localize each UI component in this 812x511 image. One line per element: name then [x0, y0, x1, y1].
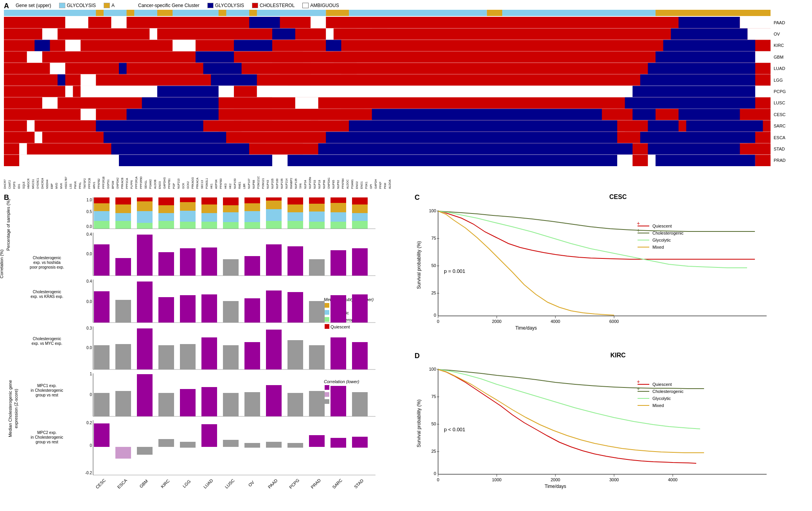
svg-text:PFKFB3: PFKFB3	[219, 178, 222, 189]
svg-text:PGM2L1: PGM2L1	[205, 178, 208, 189]
svg-rect-285	[309, 259, 325, 276]
svg-rect-260	[325, 310, 329, 315]
svg-rect-201	[94, 197, 110, 203]
svg-text:LBR: LBR	[243, 183, 246, 189]
cancer-gbm: GBM	[772, 51, 802, 63]
svg-text:p < 0.001: p < 0.001	[444, 427, 465, 432]
svg-rect-245	[331, 197, 346, 203]
svg-rect-364	[158, 439, 174, 447]
svg-rect-244	[309, 222, 325, 229]
svg-text:0: 0	[90, 393, 92, 397]
svg-text:GAPDH: GAPDH	[374, 179, 377, 189]
cholesterol-dark-box	[252, 3, 258, 8]
cancer-sarc: SARC	[772, 120, 802, 132]
svg-text:NSDH4: NSDH4	[46, 179, 49, 189]
svg-text:NUP107: NUP107	[248, 178, 250, 189]
svg-rect-345	[201, 387, 217, 416]
svg-rect-237	[287, 197, 303, 204]
cancer-esca: ESCA	[772, 132, 802, 143]
svg-text:LGG: LGG	[182, 479, 192, 489]
cancer-lgg: LGG	[772, 74, 802, 86]
svg-rect-89	[326, 132, 617, 143]
cancer-stad: STAD	[772, 143, 802, 154]
svg-text:group vs rest: group vs rest	[36, 440, 58, 444]
svg-text:Quiescent: Quiescent	[652, 224, 672, 228]
svg-rect-17	[372, 17, 387, 28]
svg-rect-96	[648, 143, 740, 154]
svg-rect-362	[115, 447, 131, 459]
svg-text:NUP153: NUP153	[234, 178, 236, 189]
figure-container: A Gene set (upper) GLYCOLYSIS A Cancer-s…	[0, 0, 812, 511]
glycolysis-dark-label: GLYCOLYSIS	[215, 3, 244, 8]
svg-text:NUP34: NUP34	[304, 180, 307, 189]
svg-text:NUP43: NUP43	[266, 180, 269, 189]
svg-text:PPP2R1A: PPP2R1A	[135, 176, 138, 189]
svg-rect-361	[94, 423, 110, 447]
glycolysis-label: GLYCOLYSIS	[67, 3, 96, 8]
svg-text:MGCS1: MGCS1	[32, 179, 34, 189]
svg-rect-15	[311, 17, 326, 28]
svg-rect-287	[352, 248, 368, 276]
svg-rect-341	[115, 391, 131, 416]
glycolysis-box	[59, 3, 65, 8]
svg-rect-43	[50, 63, 65, 74]
svg-rect-5	[656, 10, 771, 16]
cancer-paad: PAAD	[772, 17, 802, 28]
svg-text:+: +	[637, 385, 640, 392]
svg-rect-298	[180, 295, 196, 323]
svg-text:Percentage of samples (%): Percentage of samples (%)	[6, 199, 11, 251]
ambiguous-label: AMBIGUOUS	[310, 3, 339, 8]
svg-rect-250	[352, 204, 368, 213]
svg-rect-249	[352, 197, 368, 204]
svg-rect-276	[115, 258, 131, 276]
svg-text:100: 100	[429, 367, 436, 371]
svg-text:HSD17B7: HSD17B7	[65, 177, 67, 189]
svg-text:PFKPB1: PFKPB1	[168, 178, 171, 189]
svg-text:GAPDHS: GAPDHS	[163, 177, 166, 189]
svg-rect-300	[223, 301, 239, 323]
svg-rect-223	[201, 213, 217, 222]
svg-text:1000: 1000	[492, 477, 501, 482]
svg-rect-331	[331, 337, 346, 369]
svg-text:NUP85: NUP85	[332, 180, 335, 189]
heatmap-area	[4, 17, 771, 166]
svg-text:PFKL: PFKL	[79, 182, 81, 189]
svg-text:PCPG: PCPG	[288, 478, 300, 490]
svg-rect-217	[180, 197, 196, 202]
svg-rect-203	[94, 211, 110, 221]
ambiguous-legend: AMBIGUOUS	[302, 3, 339, 8]
svg-text:PGP: PGP	[172, 183, 175, 189]
section-a-label: A	[4, 2, 9, 10]
svg-text:0.0: 0.0	[86, 346, 92, 350]
svg-text:NUP155: NUP155	[280, 178, 283, 189]
cancer-cluster-label: Cancer-specific Gene Cluster	[138, 3, 199, 8]
svg-rect-102	[632, 155, 648, 166]
svg-rect-342	[137, 374, 153, 416]
svg-rect-296	[137, 281, 153, 323]
svg-text:ARV1: ARV1	[93, 182, 95, 189]
svg-text:BPGM: BPGM	[111, 181, 114, 189]
svg-rect-286	[331, 250, 346, 276]
svg-rect-258	[325, 303, 329, 308]
svg-rect-231	[244, 211, 260, 222]
svg-rect-233	[266, 197, 282, 201]
svg-rect-206	[115, 204, 131, 213]
svg-rect-12	[65, 17, 88, 28]
svg-text:NUP210: NUP210	[177, 178, 180, 189]
svg-rect-295	[115, 300, 131, 323]
glycolysis-dark-box	[207, 3, 214, 8]
svg-rect-52	[211, 74, 257, 86]
svg-text:STAD: STAD	[353, 478, 365, 489]
svg-text:Time/days: Time/days	[516, 325, 537, 331]
svg-text:NUP88: NUP88	[252, 180, 255, 189]
svg-rect-73	[372, 109, 602, 120]
svg-text:Median Cholesterogenic gene: Median Cholesterogenic gene	[8, 380, 13, 437]
svg-rect-352	[352, 392, 368, 416]
svg-text:LUAD: LUAD	[203, 478, 214, 489]
svg-rect-8	[157, 10, 172, 16]
svg-rect-92	[19, 143, 27, 154]
svg-text:CAAT2: CAAT2	[8, 180, 11, 189]
svg-text:OV: OV	[247, 480, 255, 488]
svg-rect-284	[287, 246, 303, 276]
svg-text:0: 0	[90, 443, 92, 448]
